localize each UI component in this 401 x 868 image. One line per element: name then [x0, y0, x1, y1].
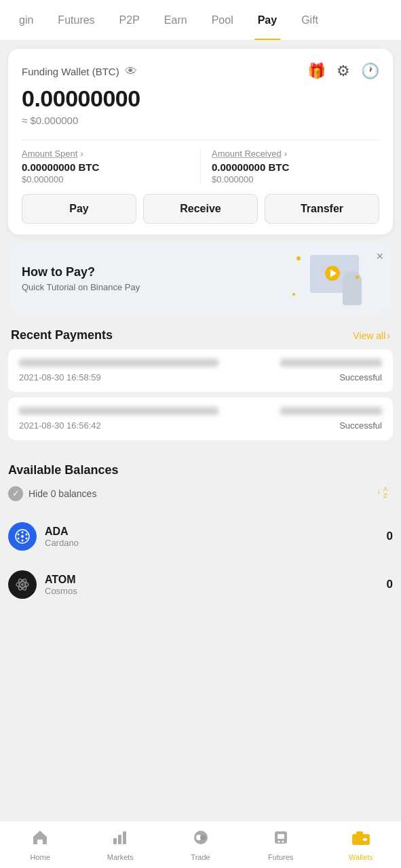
wallet-title: Funding Wallet (BTC) [22, 66, 119, 77]
svg-point-10 [21, 535, 24, 538]
bottom-nav-futures[interactable]: Futures [241, 821, 321, 868]
hide-zero-label: Hide 0 balances [28, 488, 96, 499]
recent-payment-item-1[interactable]: 2021-08-30 16:58:59 Successful [8, 349, 393, 392]
settings-icon[interactable]: ⚙ [337, 62, 350, 80]
amount-received-stat[interactable]: Amount Received › 0.00000000 BTC $0.0000… [201, 149, 379, 184]
payment-date-2: 2021-08-30 16:56:42 [19, 420, 101, 431]
futures-label: Futures [268, 853, 293, 861]
receive-button[interactable]: Receive [143, 194, 258, 224]
recent-payment-item-2[interactable]: 2021-08-30 16:56:42 Successful [8, 397, 393, 440]
svg-point-8 [18, 538, 20, 540]
history-icon[interactable]: 🕐 [361, 62, 379, 80]
nav-tab-earn[interactable]: Earn [152, 0, 199, 41]
home-label: Home [30, 853, 50, 861]
bottom-nav-home[interactable]: Home [0, 821, 80, 868]
atom-coin-icon [8, 570, 37, 599]
svg-point-4 [22, 532, 24, 534]
recent-payments-header: Recent Payments View all › [11, 328, 390, 342]
home-icon [31, 829, 49, 850]
ada-symbol: ADA [45, 526, 79, 538]
svg-rect-22 [278, 834, 284, 839]
svg-point-9 [26, 538, 28, 540]
balance-stats: Amount Spent › 0.00000000 BTC $0.000000 … [22, 149, 379, 184]
svg-rect-26 [356, 831, 363, 835]
payment-date-1: 2021-08-30 16:58:59 [19, 372, 101, 382]
balance-btc: 0.00000000 [22, 85, 379, 112]
svg-rect-25 [352, 834, 370, 845]
futures-icon [272, 829, 290, 850]
available-balances-title: Available Balances [8, 463, 118, 477]
eye-icon[interactable]: 👁 [125, 64, 137, 79]
action-buttons: Pay Receive Transfer [22, 194, 379, 224]
balance-usd: ≈ $0.000000 [22, 115, 379, 126]
spent-arrow-icon: › [80, 149, 83, 159]
amount-spent-stat[interactable]: Amount Spent › 0.00000000 BTC $0.000000 [22, 149, 201, 184]
payment-status-1: Successful [339, 372, 382, 382]
svg-rect-17 [123, 831, 126, 844]
top-navigation: ginFuturesP2PEarnPoolPayGift [0, 0, 401, 41]
hide-zero-row: ✓ Hide 0 balances ↓ A Z [8, 484, 393, 502]
ada-coin-icon [8, 522, 37, 551]
svg-point-14 [21, 583, 24, 586]
tutorial-banner: How to Pay? Quick Tutorial on Binance Pa… [8, 243, 393, 315]
svg-point-6 [18, 534, 20, 536]
markets-label: Markets [107, 853, 134, 861]
coin-row-ada[interactable]: ADA Cardano 0 [8, 512, 393, 560]
tutorial-subtitle: Quick Tutorial on Binance Pay [22, 282, 140, 292]
svg-point-20 [200, 835, 206, 840]
transfer-button[interactable]: Transfer [265, 194, 379, 224]
payment-status-2: Successful [339, 420, 382, 431]
nav-tab-pool[interactable]: Pool [199, 0, 246, 41]
coin-row-atom[interactable]: ATOM Cosmos 0 [8, 560, 393, 608]
nav-tab-futures[interactable]: Futures [45, 0, 107, 41]
svg-rect-16 [118, 835, 121, 844]
trade-icon [192, 829, 210, 850]
amount-spent-btc: 0.00000000 BTC [22, 161, 189, 173]
svg-rect-15 [113, 838, 117, 844]
svg-text:↓: ↓ [377, 486, 381, 496]
tutorial-close-button[interactable]: × [376, 250, 383, 264]
tutorial-illustration [291, 255, 359, 302]
gift-icon[interactable]: 🎁 [307, 62, 326, 80]
ada-balance: 0 [387, 530, 393, 543]
sort-icon[interactable]: ↓ A Z [377, 484, 393, 502]
amount-received-label: Amount Received [212, 149, 282, 159]
svg-point-5 [22, 540, 24, 542]
available-balances-section: Available Balances ✓ Hide 0 balances ↓ A… [8, 452, 393, 608]
atom-balance: 0 [387, 578, 393, 591]
bottom-nav-wallets[interactable]: Wallets [321, 821, 401, 868]
view-all-arrow-icon: › [387, 330, 390, 341]
atom-name: Cosmos [45, 586, 77, 596]
svg-text:Z: Z [383, 492, 387, 499]
nav-tab-pay[interactable]: Pay [246, 0, 289, 41]
ada-name: Cardano [45, 538, 79, 548]
view-all-label: View all [353, 330, 385, 341]
pay-button[interactable]: Pay [22, 194, 136, 224]
tutorial-title: How to Pay? [22, 265, 140, 279]
nav-tab-margin[interactable]: gin [7, 0, 45, 41]
nav-tab-p2p[interactable]: P2P [107, 0, 152, 41]
svg-text:A: A [383, 486, 387, 492]
amount-received-usd: $0.000000 [212, 174, 379, 184]
svg-point-23 [278, 840, 280, 842]
amount-spent-usd: $0.000000 [22, 174, 189, 184]
markets-icon [111, 829, 129, 850]
bottom-navigation: Home Markets Trade [0, 821, 401, 868]
svg-rect-27 [363, 838, 367, 841]
nav-tab-gift[interactable]: Gift [289, 0, 330, 41]
amount-received-btc: 0.00000000 BTC [212, 161, 379, 173]
recent-payments-title: Recent Payments [11, 328, 113, 342]
hide-zero-check-icon[interactable]: ✓ [8, 486, 23, 501]
received-arrow-icon: › [284, 149, 287, 159]
wallets-label: Wallets [349, 853, 373, 861]
trade-label: Trade [191, 853, 210, 861]
wallet-card: Funding Wallet (BTC) 👁 🎁 ⚙ 🕐 0.00000000 … [8, 49, 393, 235]
svg-point-24 [282, 840, 284, 842]
amount-spent-label: Amount Spent [22, 149, 77, 159]
atom-symbol: ATOM [45, 574, 77, 586]
view-all-button[interactable]: View all › [353, 330, 390, 341]
bottom-nav-trade[interactable]: Trade [160, 821, 240, 868]
wallets-icon [351, 829, 371, 850]
svg-point-7 [26, 534, 28, 536]
bottom-nav-markets[interactable]: Markets [80, 821, 160, 868]
